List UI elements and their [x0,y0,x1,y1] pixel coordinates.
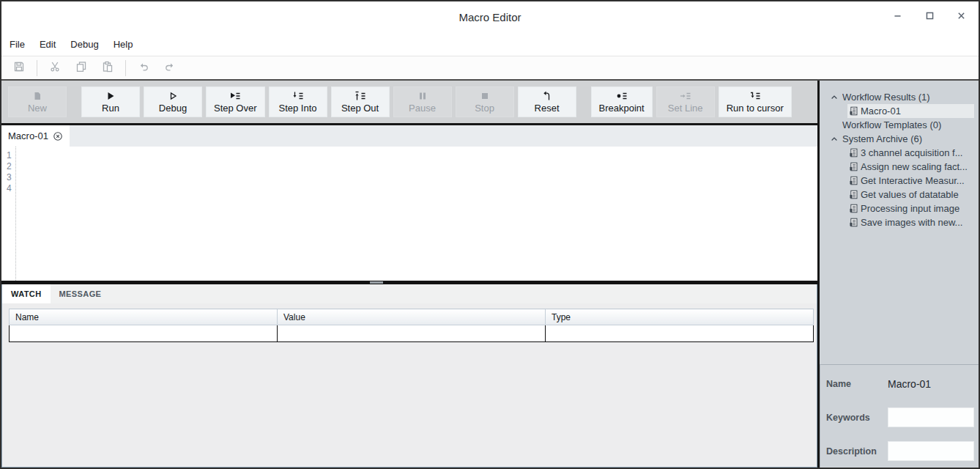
splitter-grip-icon [370,281,383,284]
tree-item-box: Assign new scaling fact... [847,160,974,174]
step-into-icon [292,90,304,102]
menu-item-file[interactable]: File [2,32,32,56]
undo-button[interactable] [133,59,154,77]
redo-icon [164,61,176,75]
menu-item-edit[interactable]: Edit [32,32,63,56]
button-label: Debug [159,103,187,114]
document-icon [849,204,858,213]
tree-group-label: Workflow Templates (0) [842,119,941,130]
tab-label: Macro-01 [8,130,48,141]
tree-group-label: Workflow Results (1) [842,92,930,103]
table-cell[interactable] [546,325,814,342]
tree-item-box: 3 channel acquisition f... [847,146,974,160]
description-input[interactable] [888,441,974,461]
watch-table-row [10,325,814,342]
close-button[interactable] [954,9,968,25]
step-over-button[interactable]: Step Over [206,86,265,117]
tree-item-box: Get Interactive Measur... [847,174,974,188]
menu-item-debug[interactable]: Debug [63,32,105,56]
line-number: 3 [7,172,15,183]
close-icon [957,10,966,23]
breakpoint-button[interactable]: Breakpoint [591,86,653,117]
tree-item-label: Get values of datatable [861,189,959,200]
watch-tab-bar: WATCHMESSAGE [2,284,817,303]
minimize-button[interactable] [891,9,905,25]
main-region: NewRunDebugStep OverStep IntoStep OutPau… [1,79,979,468]
tree-item-box: Macro-01 [847,104,974,118]
set-line-icon [680,90,691,102]
tree-group-workflow-results-1[interactable]: Workflow Results (1) [820,90,979,104]
menu-bar: FileEditDebugHelp [1,32,979,56]
tab-close-icon[interactable] [53,131,63,141]
set-line-button: Set Line [656,86,715,117]
tree-group-label: System Archive (6) [842,133,922,144]
table-cell[interactable] [278,325,546,342]
editor-tab-macro-01[interactable]: Macro-01 [1,125,70,147]
horizontal-splitter[interactable] [1,281,817,284]
new-button: New [8,86,67,117]
button-label: Step Over [214,103,257,114]
cut-button[interactable] [45,59,65,77]
maximize-button[interactable] [922,9,936,25]
debug-icon [167,90,179,102]
button-label: Pause [409,103,436,114]
debug-button[interactable]: Debug [144,86,202,117]
document-icon [849,218,858,227]
watch-table-wrap: NameValueType [9,309,814,342]
editor-tab-strip: Macro-01 [1,125,817,147]
workflow-tree: Workflow Results (1)Macro-01Workflow Tem… [820,81,979,229]
debug-toolbar: NewRunDebugStep OverStep IntoStep OutPau… [1,81,817,123]
undo-icon [138,61,149,75]
copy-button[interactable] [71,59,92,77]
save-button[interactable] [9,59,29,77]
line-number: 1 [7,150,15,161]
keywords-input[interactable] [888,407,974,427]
editor-panel: Macro-01 1234 [1,123,817,281]
tab-message[interactable]: MESSAGE [51,284,111,303]
stop-icon [479,90,491,102]
tree-item-box: Get values of datatable [847,188,974,202]
minimize-icon [893,10,902,23]
tree-item-save-images-with-new[interactable]: Save images with new... [820,215,979,229]
tab-watch[interactable]: WATCH [2,284,51,303]
workflow-sidebar: Workflow Results (1)Macro-01Workflow Tem… [820,81,979,468]
tree-group-system-archive-6[interactable]: System Archive (6) [820,132,979,146]
watch-table-header-row: NameValueType [10,309,814,325]
step-into-button[interactable]: Step Into [269,86,327,117]
watch-panel: WATCHMESSAGE NameValueType [1,284,817,468]
tree-item-assign-new-scaling-fact[interactable]: Assign new scaling fact... [820,160,979,174]
run-to-cursor-button[interactable]: Run to cursor [719,86,792,117]
quick-toolbar [1,56,979,79]
line-number: 4 [7,183,15,194]
menu-item-help[interactable]: Help [106,32,141,56]
tree-item-box: Processing input image [847,202,974,215]
redo-button[interactable] [160,59,180,77]
pause-icon [417,90,428,102]
document-icon [849,106,858,116]
chevron-up-icon[interactable] [830,135,839,144]
window-title: Macro Editor [89,11,891,23]
tree-item-label: 3 channel acquisition f... [861,147,962,158]
tree-group-workflow-templates-0[interactable]: Workflow Templates (0) [820,118,979,132]
column-header-type: Type [546,309,814,325]
step-out-button[interactable]: Step Out [331,86,390,117]
document-icon [849,148,858,158]
tree-item-3-channel-acquisition-f[interactable]: 3 channel acquisition f... [820,146,979,160]
button-label: New [28,103,47,114]
cut-icon [49,61,61,75]
tree-item-processing-input-image[interactable]: Processing input image [820,202,979,215]
tree-item-get-interactive-measur[interactable]: Get Interactive Measur... [820,174,979,188]
watch-table: NameValueType [9,309,814,342]
table-cell[interactable] [10,325,278,342]
code-editor[interactable] [16,147,817,281]
copy-icon [75,61,87,75]
tree-item-get-values-of-datatable[interactable]: Get values of datatable [820,188,979,202]
save-icon [13,61,25,75]
maximize-icon [925,10,935,23]
chevron-up-icon[interactable] [830,93,839,102]
paste-button[interactable] [97,59,118,77]
run-button[interactable]: Run [81,86,140,117]
description-label: Description [826,446,888,457]
tree-item-macro-01[interactable]: Macro-01 [820,104,979,118]
reset-button[interactable]: Reset [518,86,576,117]
